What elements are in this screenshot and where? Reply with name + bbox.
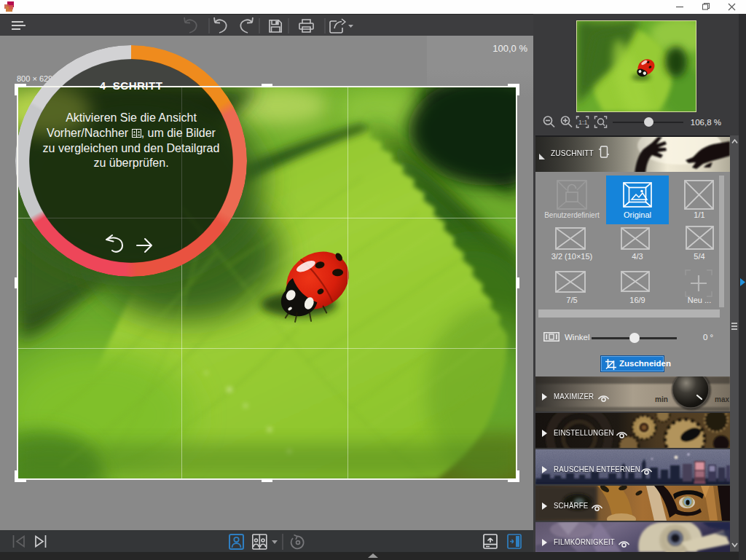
svg-text:min: min (655, 395, 668, 403)
svg-text:max: max (715, 395, 729, 403)
svg-text:1:1: 1:1 (578, 119, 588, 126)
